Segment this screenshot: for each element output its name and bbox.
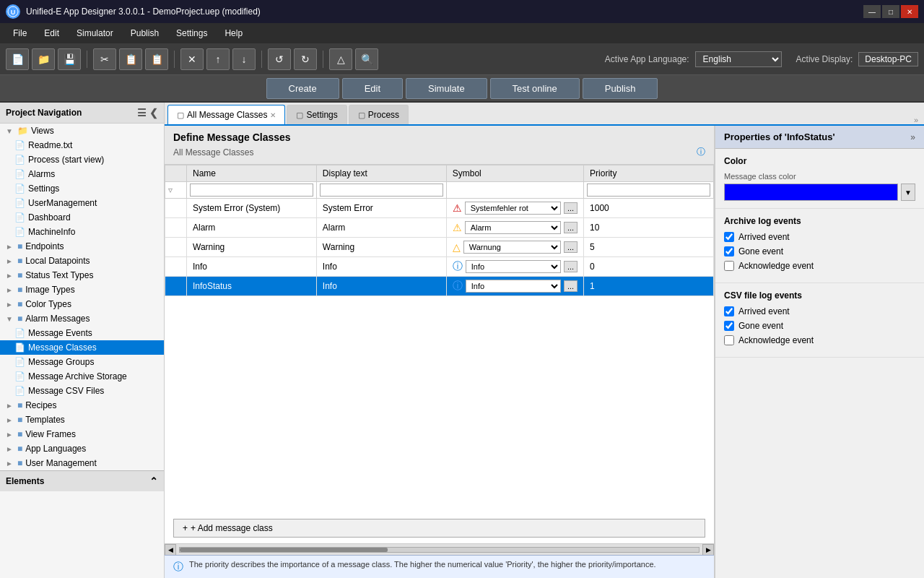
redo-button[interactable]: ↻	[294, 48, 317, 70]
scroll-right-button[interactable]: ▶	[702, 544, 714, 556]
archive-gone-checkbox[interactable]	[724, 246, 734, 256]
window-controls: — □ ✕	[863, 5, 918, 18]
cut-button[interactable]: ✂	[93, 48, 116, 70]
edit-button[interactable]: Edit	[342, 78, 403, 99]
menu-simulator[interactable]: Simulator	[69, 25, 121, 41]
symbol-browse-button[interactable]: ...	[564, 280, 578, 292]
sidebar-item-label: Message Classes	[28, 342, 97, 353]
symbol-select[interactable]: Info	[466, 280, 561, 293]
sidebar-item-local-datapoints[interactable]: ► ■ Local Datapoints	[0, 254, 164, 268]
sidebar-item-machineinfo[interactable]: 📄 MachineInfo	[0, 225, 164, 239]
menu-publish[interactable]: Publish	[123, 25, 166, 41]
search-button[interactable]: 🔍	[355, 48, 378, 70]
create-button[interactable]: Create	[266, 78, 339, 99]
simulate-button[interactable]: Simulate	[406, 78, 487, 99]
table-row[interactable]: System Error (System) System Error ⚠ Sys…	[165, 199, 714, 218]
delete-button[interactable]: ✕	[180, 48, 204, 70]
sidebar-item-recipes[interactable]: ► ■ Recipes	[0, 398, 164, 413]
sidebar-item-status-text-types[interactable]: ► ■ Status Text Types	[0, 268, 164, 282]
scroll-track[interactable]	[179, 547, 699, 553]
color-dropdown-button[interactable]: ▼	[901, 184, 915, 201]
test-online-button[interactable]: Test online	[490, 78, 580, 99]
sidebar-item-dashboard[interactable]: 📄 Dashboard	[0, 210, 164, 225]
archive-arrived-checkbox[interactable]	[724, 232, 734, 242]
table-row[interactable]: Info Info ⓘ Info ... 0	[165, 257, 714, 277]
paste-button[interactable]: 📋	[145, 48, 168, 70]
csv-gone-checkbox[interactable]	[724, 321, 734, 331]
symbol-select[interactable]: Systemfehler rot	[465, 202, 561, 215]
sidebar-item-readme[interactable]: 📄 Readme.txt	[0, 138, 164, 152]
tab-close-icon[interactable]: ✕	[270, 111, 276, 119]
menu-file[interactable]: File	[6, 25, 34, 41]
scroll-left-button[interactable]: ◀	[165, 544, 176, 556]
minimize-button[interactable]: —	[863, 5, 881, 18]
display-label: Active Display:	[796, 54, 853, 64]
sidebar-item-settings[interactable]: 📄 Settings	[0, 181, 164, 196]
copy-button[interactable]: 📋	[119, 48, 142, 70]
symbol-browse-button[interactable]: ...	[564, 261, 578, 272]
sidebar-item-color-types[interactable]: ► ■ Color Types	[0, 297, 164, 311]
sidebar-collapse-icon[interactable]: ❮	[149, 107, 158, 118]
publish-button[interactable]: Publish	[583, 78, 658, 99]
new-button[interactable]: 📄	[6, 48, 29, 70]
close-button[interactable]: ✕	[901, 5, 918, 18]
menu-edit[interactable]: Edit	[37, 25, 66, 41]
sidebar-header: Project Navigation ☰ ❮	[0, 103, 164, 124]
horizontal-scrollbar[interactable]: ◀ ▶	[165, 543, 714, 555]
symbol-browse-button[interactable]: ...	[564, 241, 578, 253]
table-row[interactable]: Alarm Alarm ⚠ Alarm ... 10	[165, 218, 714, 238]
connect-button[interactable]: △	[329, 48, 352, 70]
symbol-browse-button[interactable]: ...	[564, 222, 578, 233]
sidebar-item-alarms[interactable]: 📄 Alarms	[0, 167, 164, 181]
sidebar-item-templates[interactable]: ► ■ Templates	[0, 413, 164, 427]
symbol-select[interactable]: Warnung	[463, 241, 561, 254]
properties-expand-icon[interactable]: »	[910, 132, 915, 142]
sidebar-item-view-frames[interactable]: ► ■ View Frames	[0, 427, 164, 441]
archive-acknowledge-checkbox[interactable]	[724, 261, 734, 271]
table-row[interactable]: Warning Warning △ Warnung ... 5	[165, 238, 714, 257]
row-display-text: System Error	[316, 199, 446, 218]
symbol-select[interactable]: Alarm	[465, 221, 561, 234]
table-row-selected[interactable]: InfoStatus Info ⓘ Info ... 1	[165, 277, 714, 296]
sidebar-item-message-classes[interactable]: 📄 Message Classes	[0, 340, 164, 355]
sidebar-item-message-groups[interactable]: 📄 Message Groups	[0, 355, 164, 369]
scroll-thumb[interactable]	[180, 548, 388, 552]
csv-acknowledge-checkbox[interactable]	[724, 335, 734, 345]
move-up-button[interactable]: ↑	[206, 48, 230, 70]
tab-settings[interactable]: ▢ Settings	[287, 105, 346, 124]
tab-all-message-classes[interactable]: ▢ All Message Classes ✕	[167, 105, 285, 124]
filter-priority-input[interactable]	[587, 184, 710, 197]
tab-process[interactable]: ▢ Process	[349, 105, 409, 124]
add-message-class-button[interactable]: + + Add message class	[173, 519, 705, 538]
sidebar-item-alarm-messages[interactable]: ▼ ■ Alarm Messages	[0, 311, 164, 326]
symbol-select[interactable]: Info	[466, 260, 561, 273]
move-down-button[interactable]: ↓	[232, 48, 256, 70]
sidebar-menu-icon[interactable]: ☰	[137, 107, 147, 118]
archive-gone-label: Gone event	[738, 246, 783, 256]
filter-display-input[interactable]	[320, 184, 443, 197]
archive-arrived-label: Arrived event	[738, 232, 790, 242]
menu-settings[interactable]: Settings	[169, 25, 214, 41]
sidebar-item-message-csv-files[interactable]: 📄 Message CSV Files	[0, 384, 164, 398]
menu-help[interactable]: Help	[217, 25, 250, 41]
sidebar-item-usermanagement[interactable]: 📄 UserManagement	[0, 196, 164, 210]
color-box[interactable]	[724, 184, 898, 201]
language-select[interactable]: English	[695, 51, 782, 67]
elements-collapse-icon[interactable]: ⌃	[149, 475, 158, 487]
sidebar-item-app-languages[interactable]: ► ■ App Languages	[0, 441, 164, 456]
sidebar-item-endpoints[interactable]: ► ■ Endpoints	[0, 239, 164, 254]
sidebar-item-views[interactable]: ▼ 📁 Views	[0, 124, 164, 138]
csv-arrived-checkbox[interactable]	[724, 306, 734, 316]
symbol-browse-button[interactable]: ...	[564, 202, 578, 214]
open-button[interactable]: 📁	[32, 48, 55, 70]
sidebar-item-message-events[interactable]: 📄 Message Events	[0, 326, 164, 340]
sidebar-item-message-archive-storage[interactable]: 📄 Message Archive Storage	[0, 369, 164, 384]
sidebar-item-user-management[interactable]: ► ■ User Management	[0, 456, 164, 470]
filter-name-input[interactable]	[190, 184, 313, 197]
undo-button[interactable]: ↺	[268, 48, 291, 70]
sidebar-item-process[interactable]: 📄 Process (start view)	[0, 152, 164, 167]
maximize-button[interactable]: □	[882, 5, 899, 18]
save-button[interactable]: 💾	[58, 48, 81, 70]
tab-expand-button[interactable]: »	[911, 116, 921, 124]
sidebar-item-image-types[interactable]: ► ■ Image Types	[0, 282, 164, 297]
